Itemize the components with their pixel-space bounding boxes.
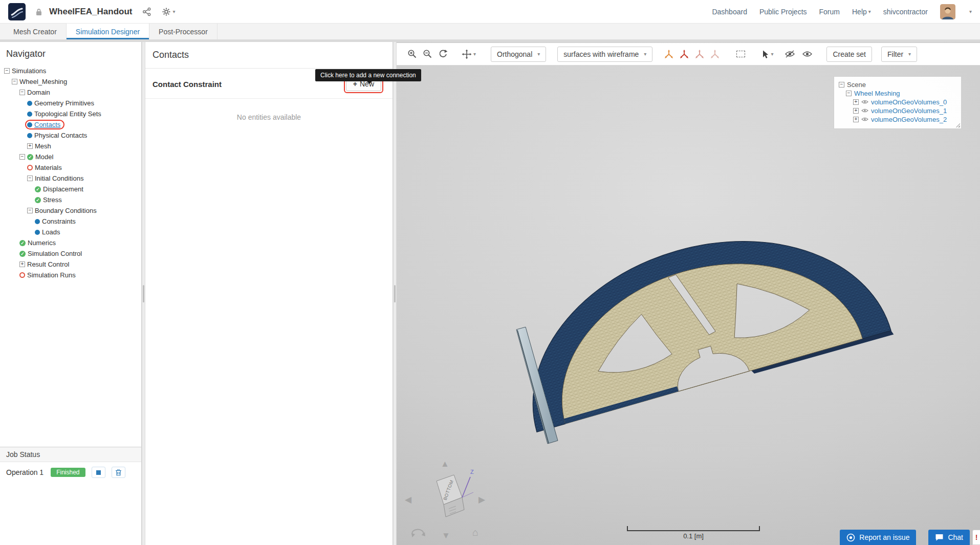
notification-stub[interactable]: !: [972, 530, 980, 545]
tree-item-numerics[interactable]: ✓ Numerics: [0, 237, 60, 248]
orientation-triad-icon-3[interactable]: [693, 48, 706, 60]
orientation-triad-icon-1[interactable]: [663, 48, 675, 60]
view-cube[interactable]: BOTTOM Z: [417, 466, 484, 527]
tree-item-constraints[interactable]: Constraints: [0, 216, 80, 227]
tree-expander-icon[interactable]: −: [27, 176, 33, 181]
help-menu[interactable]: Help ▾: [852, 8, 871, 16]
z-axis-label: Z: [470, 469, 474, 475]
chat-button[interactable]: Chat: [928, 530, 970, 545]
orientation-triad-icon-4[interactable]: [709, 48, 721, 60]
tree-item-simulation-control[interactable]: ✓ Simulation Control: [0, 248, 86, 259]
tree-item-label: Domain: [27, 89, 50, 96]
report-issue-button[interactable]: Report an issue: [840, 530, 916, 545]
scene-tree-group[interactable]: − Wheel Meshing: [846, 89, 956, 98]
visibility-eye-icon[interactable]: [861, 98, 868, 106]
projection-dropdown[interactable]: Orthogonal ▾: [491, 47, 546, 62]
tree-item-domain[interactable]: − Domain: [0, 87, 54, 98]
create-set-button[interactable]: Create set: [826, 47, 872, 62]
orientation-triad-icon-2[interactable]: [678, 48, 690, 60]
tree-item-initial-conditions[interactable]: − Initial Conditions: [0, 173, 88, 184]
scene-expander-icon[interactable]: −: [839, 82, 844, 88]
tree-status-icon: [27, 133, 32, 138]
tab-mesh-creator[interactable]: Mesh Creator: [4, 24, 67, 39]
scene-tree-overlay: − Scene − Wheel Meshing + volumeOnGeoVol…: [834, 76, 962, 129]
chevron-down-icon: ▾: [537, 51, 540, 57]
3d-viewport: ▾ Orthogonal ▾ surfaces with wireframe ▾: [397, 42, 980, 545]
top-bar: WheelFEA_Handout ▾ DashboardPublic Proje…: [0, 0, 980, 24]
filter-dropdown[interactable]: Filter ▾: [881, 47, 917, 62]
tree-expander-icon[interactable]: −: [19, 154, 25, 160]
navigator-tree: − Simulations − Wheel_Meshing − Domain G…: [0, 63, 141, 447]
tree-item-contacts[interactable]: Contacts: [0, 119, 64, 130]
tree-item-simulations[interactable]: − Simulations: [0, 66, 50, 76]
zoom-in-icon[interactable]: [406, 48, 418, 60]
tree-item-loads[interactable]: Loads: [0, 227, 64, 237]
tree-item-label: Initial Conditions: [35, 175, 83, 182]
tab-post-processor[interactable]: Post-Processor: [149, 24, 217, 39]
username-label[interactable]: shivcontractor: [883, 8, 928, 16]
scene-volume-volumeongeovolumes-2[interactable]: + volumeOnGeoVolumes_2: [853, 115, 956, 124]
tree-expander-icon[interactable]: −: [19, 90, 25, 95]
pan-tool-icon[interactable]: ▾: [460, 48, 477, 60]
select-cursor-icon[interactable]: ▾: [758, 48, 776, 60]
tree-expander-icon[interactable]: −: [12, 79, 17, 84]
volume-expander-icon[interactable]: +: [853, 117, 859, 122]
tree-item-geometry-primitives[interactable]: Geometry Primitives: [0, 98, 98, 108]
hide-entity-icon[interactable]: [783, 48, 796, 60]
top-links-container: DashboardPublic ProjectsForum: [712, 8, 840, 16]
scene-tree-root[interactable]: − Scene: [839, 80, 956, 89]
tree-item-physical-contacts[interactable]: Physical Contacts: [0, 130, 91, 141]
rotate-down-arrow[interactable]: ▼: [442, 531, 450, 540]
stop-job-button[interactable]: [92, 467, 105, 478]
zoom-out-icon[interactable]: [421, 48, 433, 60]
tree-item-displacement[interactable]: ✓ Displacement: [0, 184, 88, 194]
app-logo-icon[interactable]: [8, 3, 26, 20]
projection-label: Orthogonal: [497, 50, 532, 58]
scene-volume-volumeongeovolumes-1[interactable]: + volumeOnGeoVolumes_1: [853, 106, 956, 115]
tree-expander-icon[interactable]: −: [4, 68, 10, 74]
tree-status-icon: [35, 219, 40, 224]
tree-item-simulation-runs[interactable]: Simulation Runs: [0, 270, 80, 280]
panel-splitter[interactable]: [393, 42, 397, 545]
tree-item-result-control[interactable]: + Result Control: [0, 259, 73, 270]
volume-expander-icon[interactable]: +: [853, 108, 859, 114]
tree-expander-icon[interactable]: +: [27, 143, 33, 149]
top-link-forum[interactable]: Forum: [819, 8, 840, 16]
resize-corner-icon[interactable]: [956, 123, 960, 127]
tree-expander-icon[interactable]: −: [27, 208, 33, 213]
top-link-public-projects[interactable]: Public Projects: [759, 8, 807, 16]
box-select-icon[interactable]: [734, 48, 747, 60]
tree-item-topological-entity-sets[interactable]: Topological Entity Sets: [0, 108, 105, 119]
tree-item-wheel-meshing[interactable]: − Wheel_Meshing: [0, 76, 71, 87]
trash-icon: [116, 470, 121, 475]
top-link-dashboard[interactable]: Dashboard: [712, 8, 747, 16]
show-entity-eye-icon[interactable]: [801, 48, 813, 60]
tree-item-stress[interactable]: ✓ Stress: [0, 194, 66, 205]
volume-expander-icon[interactable]: +: [853, 99, 859, 105]
rotate-left-arrow[interactable]: ◀: [405, 495, 411, 504]
tree-item-boundary-conditions[interactable]: − Boundary Conditions: [0, 205, 101, 216]
settings-gear-icon[interactable]: ▾: [162, 7, 175, 16]
visibility-eye-icon[interactable]: [861, 107, 868, 115]
avatar[interactable]: [940, 4, 955, 19]
chevron-down-icon[interactable]: ▾: [969, 9, 972, 14]
scene-volume-volumeongeovolumes-0[interactable]: + volumeOnGeoVolumes_0: [853, 98, 956, 106]
share-icon[interactable]: [142, 7, 151, 16]
group-expander-icon[interactable]: −: [846, 91, 852, 96]
tree-expander-icon[interactable]: +: [19, 261, 25, 267]
orbit-rotate-icon[interactable]: [410, 526, 426, 541]
tree-item-materials[interactable]: Materials: [0, 162, 66, 173]
tree-item-label: Model: [35, 153, 53, 161]
visibility-eye-icon[interactable]: [861, 116, 868, 123]
tree-item-mesh[interactable]: + Mesh: [0, 141, 55, 151]
render-mode-dropdown[interactable]: surfaces with wireframe ▾: [557, 47, 652, 62]
delete-job-button[interactable]: [112, 467, 125, 478]
tree-status-icon: [27, 112, 32, 117]
scene-group-label: Wheel Meshing: [854, 90, 900, 97]
panel-splitter[interactable]: [142, 42, 145, 545]
tree-item-model[interactable]: − ✓ Model: [0, 151, 57, 162]
refresh-view-icon[interactable]: [437, 48, 449, 60]
tab-simulation-designer[interactable]: Simulation Designer: [67, 24, 149, 39]
home-view-icon[interactable]: ⌂: [472, 527, 478, 537]
volume-label: volumeOnGeoVolumes_0: [871, 98, 947, 106]
